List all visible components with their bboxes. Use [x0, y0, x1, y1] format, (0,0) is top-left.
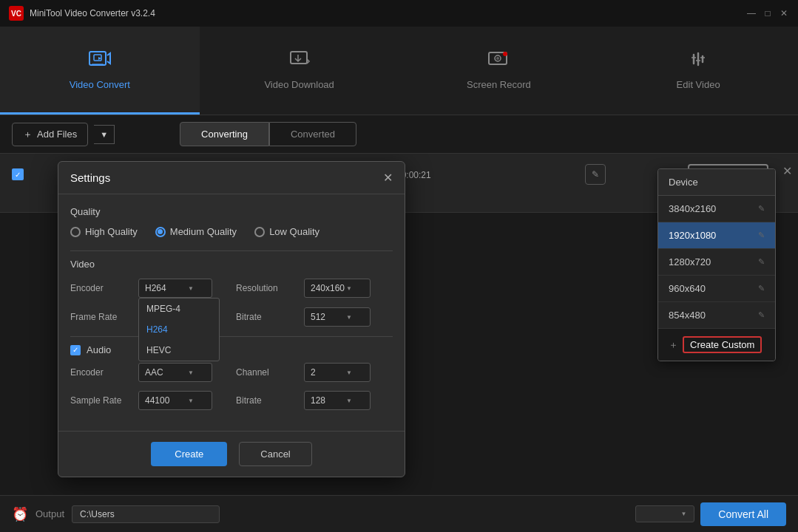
audio-encoder-value: AAC	[145, 367, 163, 378]
plus-icon: ＋	[669, 338, 678, 352]
output-label: Output	[35, 508, 64, 519]
quality-radio-group: High Quality Medium Quality Low Quality	[70, 226, 393, 237]
audio-bitrate-arrow: ▼	[346, 398, 352, 404]
modal-footer: Create Cancel	[58, 431, 405, 477]
tab-converted[interactable]: Converted	[269, 122, 356, 146]
channel-label: Channel	[236, 367, 295, 378]
audio-encoder-select[interactable]: AAC ▼	[138, 363, 212, 382]
encoder-option-h264[interactable]: H264	[139, 319, 219, 340]
window-controls: — □ ✕	[746, 8, 789, 18]
minimize-button[interactable]: —	[746, 8, 757, 18]
resolution-label: Resolution	[236, 283, 295, 293]
audio-section-row: Audio	[70, 344, 393, 355]
encoder-value: H264	[145, 283, 166, 293]
video-section-label: Video	[70, 259, 393, 270]
bottombar: ⏰ Output C:\Users ▼ Convert All	[0, 495, 798, 532]
audio-checkbox[interactable]	[70, 345, 81, 355]
create-custom-button[interactable]: ＋ Create Custom	[658, 329, 775, 361]
res-label-854: 854x480	[669, 310, 706, 321]
svg-rect-1	[94, 55, 101, 61]
quality-medium-label: Medium Quality	[170, 226, 237, 237]
add-files-label: Add Files	[37, 129, 77, 140]
file-checkbox[interactable]: ✓	[12, 168, 24, 180]
res-item-854[interactable]: 854x480 ✎	[658, 302, 775, 329]
quality-low-radio[interactable]	[254, 227, 265, 237]
tab-group: Converting Converted	[180, 122, 356, 146]
nav-video-download[interactable]: Video Download	[200, 27, 399, 115]
close-button[interactable]: ✕	[779, 8, 789, 18]
output-path[interactable]: C:\Users	[72, 505, 220, 523]
sample-rate-label: Sample Rate	[70, 395, 129, 406]
tab-converting[interactable]: Converting	[180, 122, 269, 146]
audio-bitrate-label: Bitrate	[236, 395, 295, 406]
video-convert-icon	[88, 49, 112, 73]
encoder-option-hevc[interactable]: HEVC	[139, 340, 219, 361]
quality-high-radio[interactable]	[70, 227, 81, 237]
resolution-arrow: ▼	[346, 285, 352, 292]
quality-low[interactable]: Low Quality	[254, 226, 319, 237]
res-item-1920[interactable]: 1920x1080 ✎	[658, 222, 775, 249]
sample-rate-row: Sample Rate 44100 ▼ Bitrate 128 ▼	[70, 391, 393, 410]
app-title: MiniTool Video Converter v3.2.4	[30, 8, 746, 18]
convert-all-button[interactable]: Convert All	[700, 502, 786, 526]
restore-button[interactable]: □	[763, 8, 773, 18]
video-download-icon	[288, 49, 311, 73]
channel-select[interactable]: 2 ▼	[304, 363, 371, 382]
modal-title: Settings	[70, 171, 110, 184]
edit-icon-1280[interactable]: ✎	[758, 257, 765, 267]
video-bitrate-select[interactable]: 512 ▼	[304, 307, 371, 327]
cancel-button[interactable]: Cancel	[239, 442, 311, 466]
screen-record-icon	[487, 49, 510, 73]
resolution-value: 240x160	[311, 283, 345, 293]
framerate-row: Frame Rate Bitrate 512 ▼	[70, 307, 393, 327]
res-item-1280[interactable]: 1280x720 ✎	[658, 249, 775, 276]
nav-edit-video[interactable]: Edit Video	[598, 27, 798, 115]
modal-body: Quality High Quality Medium Quality Low …	[58, 194, 405, 431]
modal-close-button[interactable]: ✕	[383, 171, 393, 185]
app-logo: VC	[9, 6, 24, 21]
svg-rect-3	[291, 52, 307, 64]
nav-edit-video-label: Edit Video	[677, 79, 720, 90]
res-item-3840[interactable]: 3840x2160 ✎	[658, 196, 775, 222]
edit-icon-3840[interactable]: ✎	[758, 204, 765, 214]
resolution-select[interactable]: 240x160 ▼	[304, 279, 371, 298]
audio-bitrate-select[interactable]: 128 ▼	[304, 391, 371, 410]
edit-button[interactable]: ✎	[585, 164, 606, 185]
encoder-option-mpeg4[interactable]: MPEG-4	[139, 299, 219, 319]
encoder-select[interactable]: H264 ▼	[138, 279, 212, 298]
quality-medium-radio[interactable]	[155, 227, 166, 237]
svg-rect-2	[92, 64, 104, 65]
res-label-1920: 1920x1080	[669, 230, 716, 241]
encoder-label: Encoder	[70, 283, 129, 293]
resolution-panel-header: Device	[658, 169, 775, 196]
quality-medium[interactable]: Medium Quality	[155, 226, 237, 237]
toolbar: ＋ Add Files ▼ Converting Converted	[0, 115, 798, 154]
sample-rate-select[interactable]: 44100 ▼	[138, 391, 212, 410]
file-close-button[interactable]: ✕	[782, 164, 792, 178]
svg-point-4	[305, 63, 306, 64]
edit-icon-960[interactable]: ✎	[758, 284, 765, 293]
nav-screen-record-label: Screen Record	[467, 79, 531, 90]
divider-2	[70, 336, 393, 337]
quality-section-label: Quality	[70, 206, 393, 217]
nav-screen-record[interactable]: Screen Record	[399, 27, 599, 115]
create-button[interactable]: Create	[151, 442, 227, 466]
main-area: ✓ ⏱ 00:00:21 : 2 ✎ Convert ⬅ ✕ Settings …	[0, 154, 798, 495]
encoder-row: Encoder H264 ▼ MPEG-4 H264 HEVC Resoluti…	[70, 279, 393, 298]
nav-video-convert[interactable]: Video Convert	[0, 27, 200, 115]
res-label-960: 960x640	[669, 283, 706, 294]
format-dropdown-bottom[interactable]: ▼	[635, 505, 694, 522]
encoder-dropdown-wrapper: H264 ▼ MPEG-4 H264 HEVC	[138, 279, 212, 298]
divider-1	[70, 250, 393, 251]
res-item-960[interactable]: 960x640 ✎	[658, 276, 775, 302]
edit-icon-854[interactable]: ✎	[758, 310, 765, 320]
svg-point-7	[496, 57, 499, 60]
sample-rate-arrow: ▼	[188, 398, 194, 404]
add-files-button[interactable]: ＋ Add Files	[12, 123, 88, 146]
video-bitrate-arrow: ▼	[346, 314, 352, 321]
channel-value: 2	[311, 367, 316, 378]
add-files-dropdown[interactable]: ▼	[94, 125, 115, 144]
quality-high[interactable]: High Quality	[70, 226, 138, 237]
edit-icon-1920[interactable]: ✎	[758, 231, 765, 240]
res-label-3840: 3840x2160	[669, 203, 716, 214]
